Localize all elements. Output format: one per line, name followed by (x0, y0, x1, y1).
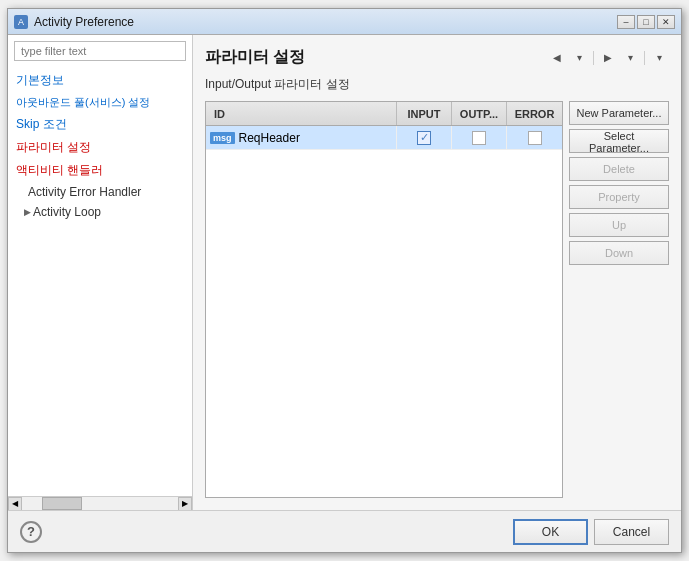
sidebar-tree: 기본정보 아웃바운드 풀(서비스) 설정 Skip 조건 파라미터 설정 액티비… (8, 67, 192, 496)
minimize-button[interactable]: – (617, 15, 635, 29)
sidebar-item-error-handler[interactable]: Activity Error Handler (8, 182, 192, 202)
table-body: msg ReqHeader ✓ (206, 126, 562, 497)
title-bar-buttons: – □ ✕ (617, 15, 675, 29)
row-id-value: ReqHeader (239, 131, 300, 145)
nav-forward-dropdown[interactable]: ▾ (620, 49, 640, 67)
close-button[interactable]: ✕ (657, 15, 675, 29)
sidebar-item-skip-condition[interactable]: Skip 조건 (8, 113, 192, 136)
scroll-left-button[interactable]: ◀ (8, 497, 22, 511)
nav-separator-2 (644, 51, 645, 65)
dialog-title: Activity Preference (34, 15, 611, 29)
property-button[interactable]: Property (569, 185, 669, 209)
nav-back-button[interactable]: ◀ (547, 49, 567, 67)
scroll-track (22, 497, 178, 510)
up-button[interactable]: Up (569, 213, 669, 237)
th-id: ID (206, 102, 397, 125)
select-parameter-button[interactable]: Select Parameter... (569, 129, 669, 153)
th-error: ERROR (507, 102, 562, 125)
param-table: ID INPUT OUTP... ERROR msg ReqHeader (205, 101, 563, 498)
dialog-footer: ? OK Cancel (8, 510, 681, 552)
scroll-thumb (42, 497, 82, 510)
sidebar-item-activity-loop[interactable]: ▶ Activity Loop (8, 202, 192, 222)
title-bar: A Activity Preference – □ ✕ (8, 9, 681, 35)
th-input: INPUT (397, 102, 452, 125)
main-title: 파라미터 설정 (205, 47, 305, 68)
sidebar-scrollbar: ◀ ▶ (8, 496, 192, 510)
cancel-button[interactable]: Cancel (594, 519, 669, 545)
table-row[interactable]: msg ReqHeader ✓ (206, 126, 562, 150)
th-output: OUTP... (452, 102, 507, 125)
main-panel: 파라미터 설정 ◀ ▾ ▶ ▾ ▾ Input/Output 파라미터 설정 I… (193, 35, 681, 510)
row-icon-msg: msg (210, 132, 235, 144)
nav-buttons: ◀ ▾ ▶ ▾ ▾ (547, 49, 669, 67)
down-button[interactable]: Down (569, 241, 669, 265)
help-button[interactable]: ? (20, 521, 42, 543)
sidebar-filter-input[interactable] (14, 41, 186, 61)
td-id: msg ReqHeader (206, 126, 397, 149)
nav-separator (593, 51, 594, 65)
td-error[interactable] (507, 126, 562, 149)
output-checkbox-unchecked[interactable] (472, 131, 486, 145)
ok-button[interactable]: OK (513, 519, 588, 545)
table-and-buttons: ID INPUT OUTP... ERROR msg ReqHeader (205, 101, 669, 498)
side-buttons: New Parameter... Select Parameter... Del… (569, 101, 669, 498)
sidebar-item-param-settings[interactable]: 파라미터 설정 (8, 136, 192, 159)
td-input[interactable]: ✓ (397, 126, 452, 149)
main-header: 파라미터 설정 ◀ ▾ ▶ ▾ ▾ (205, 47, 669, 68)
input-checkbox-checked[interactable]: ✓ (417, 131, 431, 145)
delete-button[interactable]: Delete (569, 157, 669, 181)
scroll-right-button[interactable]: ▶ (178, 497, 192, 511)
tree-expand-arrow: ▶ (24, 207, 31, 217)
content-area: 기본정보 아웃바운드 풀(서비스) 설정 Skip 조건 파라미터 설정 액티비… (8, 35, 681, 510)
nav-forward-button[interactable]: ▶ (598, 49, 618, 67)
new-parameter-button[interactable]: New Parameter... (569, 101, 669, 125)
dialog: A Activity Preference – □ ✕ 기본정보 아웃바운드 풀… (7, 8, 682, 553)
error-checkbox-unchecked[interactable] (528, 131, 542, 145)
dialog-icon: A (14, 15, 28, 29)
maximize-button[interactable]: □ (637, 15, 655, 29)
sidebar: 기본정보 아웃바운드 풀(서비스) 설정 Skip 조건 파라미터 설정 액티비… (8, 35, 193, 510)
footer-right: OK Cancel (513, 519, 669, 545)
footer-left: ? (20, 521, 42, 543)
nav-back-dropdown[interactable]: ▾ (569, 49, 589, 67)
sidebar-item-activity-handler[interactable]: 액티비티 핸들러 (8, 159, 192, 182)
sidebar-item-outbound-pool[interactable]: 아웃바운드 풀(서비스) 설정 (8, 92, 192, 113)
table-header: ID INPUT OUTP... ERROR (206, 102, 562, 126)
nav-menu-dropdown[interactable]: ▾ (649, 49, 669, 67)
td-output[interactable] (452, 126, 507, 149)
section-label: Input/Output 파라미터 설정 (205, 76, 669, 93)
sidebar-item-basic-info[interactable]: 기본정보 (8, 69, 192, 92)
